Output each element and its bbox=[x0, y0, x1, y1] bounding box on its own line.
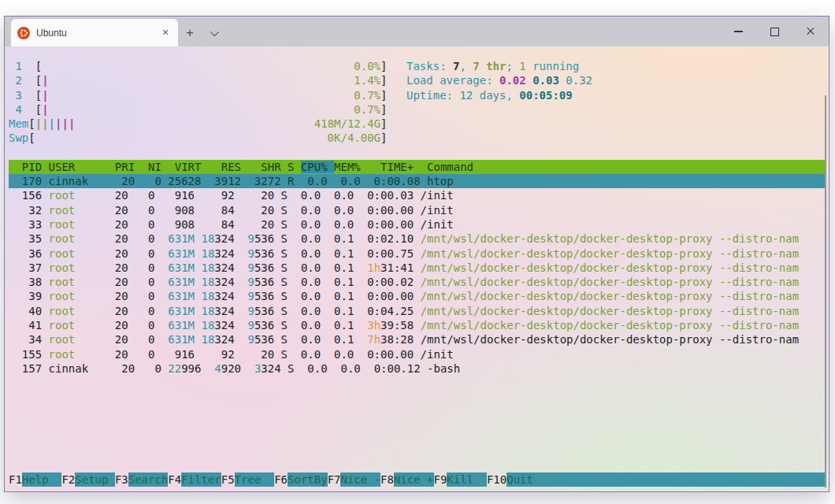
text-segment: 2 bbox=[9, 74, 35, 87]
text-segment: 536 S 0.0 0.1 bbox=[254, 261, 367, 274]
close-button[interactable] bbox=[792, 17, 829, 46]
fkey-kill[interactable]: Kill bbox=[447, 472, 487, 487]
title-bar[interactable]: Ubuntu × + bbox=[5, 17, 829, 46]
text-segment: root bbox=[49, 204, 109, 217]
text-segment: 9 bbox=[247, 276, 254, 288]
process-row-157[interactable]: 157 cinnak 20 0 22996 4920 3324 S 0.0 0.… bbox=[9, 361, 825, 376]
text-segment: [ bbox=[35, 103, 42, 116]
text-segment: 156 bbox=[9, 189, 49, 202]
text-segment: 0.32 bbox=[566, 74, 592, 87]
fkey-quit[interactable]: Quit bbox=[507, 472, 825, 487]
fkey-f7-number: F7 bbox=[328, 472, 341, 487]
process-row-32[interactable]: 32 root 20 0 908 84 20 S 0.0 0.0 0:00.00… bbox=[9, 203, 825, 217]
text-segment: Tasks: bbox=[406, 60, 453, 72]
text-segment: 3h bbox=[367, 319, 380, 332]
text-segment: 9 bbox=[247, 319, 254, 332]
plus-icon: + bbox=[186, 26, 194, 39]
text-segment: 324 bbox=[214, 261, 247, 274]
text-segment: ] bbox=[380, 89, 387, 102]
text-segment: 631M bbox=[168, 333, 195, 346]
window-controls bbox=[720, 17, 829, 46]
minimize-button[interactable] bbox=[720, 17, 756, 46]
text-segment: 20 0 bbox=[108, 232, 168, 245]
text-segment: [ bbox=[35, 60, 42, 72]
text-segment: root bbox=[49, 348, 109, 361]
sort-column-cpu[interactable]: CPU% bbox=[301, 161, 334, 173]
text-segment: MEM% TIME+ Command bbox=[334, 161, 473, 173]
terminal-window: Ubuntu × + 1 [0.0%] 2 [|1.4%] 3 [|0.7%] … bbox=[4, 16, 829, 492]
text-segment: ] bbox=[380, 103, 387, 116]
fkey-nice-minus[interactable]: Nice - bbox=[340, 472, 380, 487]
process-row-33[interactable]: 33 root 20 0 908 84 20 S 0.0 0.0 0:00.00… bbox=[9, 217, 825, 232]
process-table-header[interactable]: PID USER PRI NI VIRT RES SHR S CPU% MEM%… bbox=[9, 160, 825, 174]
process-table: PID USER PRI NI VIRT RES SHR S CPU% MEM%… bbox=[9, 160, 825, 376]
process-row-36[interactable]: 36 root 20 0 631M 18324 9536 S 0.0 0.1 0… bbox=[9, 246, 825, 261]
scrollbar[interactable] bbox=[825, 95, 826, 487]
fkey-f4-number: F4 bbox=[168, 472, 181, 487]
text-segment: root bbox=[49, 232, 109, 245]
process-row-156[interactable]: 156 root 20 0 916 92 20 S 0.0 0.0 0:00.0… bbox=[9, 188, 825, 202]
text-segment: /mnt/wsl/docker-desktop/docker-desktop-p… bbox=[421, 305, 799, 317]
process-row-37[interactable]: 37 root 20 0 631M 18324 9536 S 0.0 0.1 1… bbox=[9, 261, 825, 275]
process-row-34[interactable]: 34 root 20 0 631M 18324 9536 S 0.0 0.1 7… bbox=[9, 332, 825, 346]
load-average-line: Load average: 0.02 0.03 0.32 bbox=[406, 73, 592, 87]
maximize-button[interactable] bbox=[756, 17, 792, 46]
process-row-38[interactable]: 38 root 20 0 631M 18324 9536 S 0.0 0.1 0… bbox=[9, 275, 825, 289]
text-segment: 9 bbox=[247, 232, 254, 245]
text-segment: Swp bbox=[9, 132, 28, 144]
text-segment: 18 bbox=[201, 319, 214, 332]
chevron-down-icon bbox=[210, 27, 219, 35]
process-row-41[interactable]: 41 root 20 0 631M 18324 9536 S 0.0 0.1 3… bbox=[9, 318, 825, 332]
text-segment: 33 bbox=[9, 218, 49, 231]
tab-dropdown-button[interactable] bbox=[202, 19, 225, 46]
text-segment: 920 bbox=[221, 362, 254, 375]
fkey-f6-number: F6 bbox=[274, 472, 288, 487]
text-segment: , bbox=[459, 60, 473, 72]
fkey-search[interactable]: Search bbox=[128, 472, 169, 487]
meter-value: 0.0% bbox=[354, 60, 380, 72]
fkey-nice-plus[interactable]: Nice + bbox=[394, 472, 434, 487]
fkey-filter[interactable]: Filter bbox=[181, 472, 221, 487]
text-segment: 631M bbox=[168, 247, 195, 260]
text-segment: 41 bbox=[9, 319, 49, 332]
text-segment: running bbox=[526, 60, 579, 72]
meter-value: 1.4% bbox=[354, 74, 380, 87]
text-segment: /mnt/wsl/docker-desktop/docker-desktop-p… bbox=[421, 261, 799, 274]
tab-ubuntu[interactable]: Ubuntu × bbox=[11, 19, 178, 46]
text-segment: [ bbox=[28, 117, 35, 130]
meter-bar: | bbox=[42, 89, 48, 102]
fkey-sortby[interactable]: SortBy bbox=[288, 472, 328, 487]
text-segment: 155 bbox=[9, 348, 49, 361]
text-segment: 20 0 bbox=[108, 305, 168, 317]
text-segment: 324 bbox=[214, 319, 247, 332]
text-segment: 38 bbox=[9, 276, 49, 288]
new-tab-button[interactable]: + bbox=[178, 19, 202, 46]
tab-close-icon[interactable]: × bbox=[159, 27, 172, 39]
process-row-39[interactable]: 39 root 20 0 631M 18324 9536 S 0.0 0.1 0… bbox=[9, 289, 825, 303]
text-segment: 631M bbox=[168, 232, 195, 245]
text-segment: 9 bbox=[247, 305, 254, 317]
process-row-155[interactable]: 155 root 20 0 916 92 20 S 0.0 0.0 0:00.0… bbox=[9, 347, 825, 361]
text-segment: 7 thr bbox=[473, 60, 506, 72]
fkey-f10-number: F10 bbox=[487, 472, 507, 487]
text-segment: 536 S 0.0 0.1 0:04.25 bbox=[254, 305, 421, 317]
ubuntu-logo-icon bbox=[17, 27, 30, 39]
fkey-tree[interactable]: Tree bbox=[235, 472, 275, 487]
desktop: Ubuntu × + 1 [0.0%] 2 [|1.4%] 3 [|0.7%] … bbox=[0, 0, 835, 504]
text-segment: ] bbox=[380, 60, 387, 72]
process-row-35[interactable]: 35 root 20 0 631M 18324 9536 S 0.0 0.1 0… bbox=[9, 232, 825, 246]
htop-header-section: 1 [0.0%] 2 [|1.4%] 3 [|0.7%] 4 [|0.7%]Me… bbox=[9, 59, 825, 146]
text-segment: 18 bbox=[201, 261, 214, 274]
text-segment: 20 0 bbox=[108, 319, 168, 332]
process-row-170[interactable]: 170 cinnak 20 0 25628 3912 3272 R 0.0 0.… bbox=[9, 174, 825, 188]
fbar-container: F1Help F2Setup F3SearchF4FilterF5Tree F6… bbox=[9, 472, 825, 487]
text-segment: 34 bbox=[9, 333, 49, 346]
fkey-f5-number: F5 bbox=[221, 472, 235, 487]
terminal-screen[interactable]: 1 [0.0%] 2 [|1.4%] 3 [|0.7%] 4 [|0.7%]Me… bbox=[5, 46, 829, 491]
fkey-setup[interactable]: Setup bbox=[75, 472, 115, 487]
fkey-f3-number: F3 bbox=[115, 472, 128, 487]
text-segment: 631M bbox=[168, 261, 195, 274]
text-segment: 324 bbox=[214, 305, 247, 317]
process-row-40[interactable]: 40 root 20 0 631M 18324 9536 S 0.0 0.1 0… bbox=[9, 304, 825, 318]
fkey-help[interactable]: Help bbox=[22, 472, 62, 487]
